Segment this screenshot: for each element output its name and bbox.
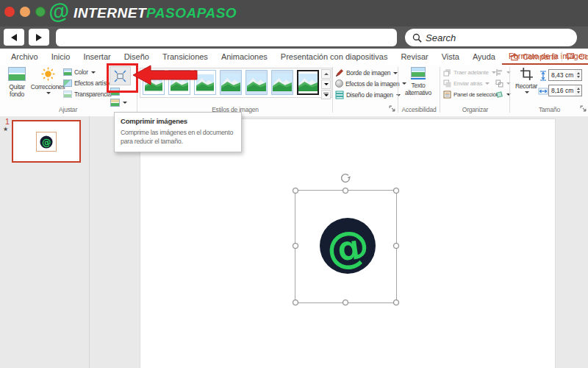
search-label: Search: [426, 32, 456, 43]
width-stepper[interactable]: [575, 85, 582, 96]
reset-picture-icon: [110, 99, 120, 107]
height-stepper[interactable]: [575, 69, 582, 81]
slide-canvas[interactable]: @: [140, 119, 555, 368]
ribbon: Quitar fondo Correcciones Color Efectos: [0, 65, 588, 117]
alt-text-label: Texto alternativo: [401, 82, 435, 96]
brand-text-green: PASOAPASO: [146, 5, 237, 21]
slide-thumbnails-panel: 1 @: [0, 116, 90, 368]
height-value: 8,43 cm: [551, 71, 573, 79]
selection-handle-e[interactable]: [393, 243, 399, 249]
selection-handle-sw[interactable]: [293, 300, 298, 305]
style-thumbnail[interactable]: [220, 70, 242, 95]
tooltip-title: Comprimir imágenes: [121, 117, 235, 125]
dialog-launcher-icon[interactable]: [580, 105, 587, 112]
corrections-sun-icon: [41, 67, 55, 81]
selection-pane-button[interactable]: Panel de selección: [443, 91, 499, 99]
style-thumbnail-selected[interactable]: [297, 70, 319, 95]
selected-image-bounding-box[interactable]: @: [295, 190, 397, 303]
selection-handle-ne[interactable]: [393, 188, 399, 194]
selection-handle-nw[interactable]: [293, 188, 298, 194]
gallery-scroll-up-button[interactable]: [321, 69, 331, 79]
window-close-icon[interactable]: [4, 7, 15, 17]
window-minimize-icon[interactable]: [20, 7, 30, 17]
share-zone: Compartir Comen: [510, 49, 588, 65]
chevron-up-icon: [324, 73, 329, 75]
picture-effects-label: Efectos de la imagen: [345, 80, 399, 88]
animation-star-icon: [3, 126, 8, 132]
rotate-objects-menu[interactable]: [495, 91, 511, 99]
divider: [562, 52, 562, 62]
dialog-launcher-icon[interactable]: [389, 105, 395, 112]
selection-handle-n[interactable]: [343, 188, 348, 194]
transparency-label: Transparencia: [74, 91, 111, 98]
gallery-more-button[interactable]: [321, 90, 331, 99]
picture-layout-menu[interactable]: Diseño de imagen: [335, 91, 401, 99]
group-label-ajustar: Ajustar: [29, 106, 107, 113]
color-icon: [63, 68, 72, 76]
address-bar[interactable]: [56, 29, 397, 46]
slide-thumbnail-image-frame: @: [36, 132, 57, 152]
picture-effects-icon: [335, 79, 343, 88]
tab-revisar[interactable]: Revisar: [394, 49, 434, 65]
comments-button[interactable]: Comen: [578, 52, 588, 61]
svg-text:@: @: [323, 219, 373, 275]
selection-handle-se[interactable]: [393, 300, 399, 305]
picture-border-menu[interactable]: Borde de imagen: [335, 68, 398, 77]
tab-vista[interactable]: Vista: [435, 49, 466, 65]
tab-presentacion[interactable]: Presentación con diapositivas: [274, 49, 395, 65]
style-thumbnail[interactable]: [245, 70, 268, 95]
gallery-scroll-down-button[interactable]: [321, 79, 331, 89]
align-menu: [495, 68, 511, 77]
brand-at-icon: @: [47, 0, 71, 25]
reset-picture-button[interactable]: [110, 99, 127, 107]
width-icon: [538, 87, 548, 96]
remove-background-button[interactable]: Quitar fondo: [2, 67, 32, 98]
remove-background-icon: [8, 67, 26, 81]
picture-effects-menu[interactable]: Efectos de la imagen: [335, 79, 406, 88]
tab-animaciones[interactable]: Animaciones: [215, 49, 274, 65]
main-logo-image[interactable]: @: [318, 216, 377, 275]
alt-text-button[interactable]: Texto alternativo: [401, 67, 435, 96]
tab-diseno[interactable]: Diseño: [118, 49, 156, 65]
share-button[interactable]: Compartir: [523, 52, 558, 61]
color-menu[interactable]: Color: [63, 68, 96, 76]
tab-ayuda[interactable]: Ayuda: [466, 49, 502, 65]
spinner-down-icon: [577, 91, 580, 93]
workspace: 1 @: [0, 116, 588, 368]
rotation-handle-icon[interactable]: [339, 171, 352, 185]
rotate-objects-icon: [495, 91, 503, 99]
selection-pane-label: Panel de selección: [453, 91, 499, 98]
tab-transiciones[interactable]: Transiciones: [156, 49, 215, 65]
chevron-down-icon: [324, 94, 329, 96]
share-icon: [510, 52, 519, 61]
group-label-accesibilidad: Accesibilidad: [399, 106, 439, 113]
tab-insertar[interactable]: Insertar: [76, 49, 117, 65]
color-label: Color: [74, 68, 88, 76]
back-button[interactable]: [4, 29, 24, 46]
artistic-effects-icon: [63, 79, 72, 87]
tab-archivo[interactable]: Archivo: [4, 49, 45, 65]
spinner-up-icon: [577, 72, 580, 74]
chevron-down-icon: [324, 83, 329, 85]
crop-icon: [520, 67, 534, 81]
selection-handle-w[interactable]: [293, 243, 298, 249]
align-icon: [495, 68, 503, 77]
window-zoom-icon[interactable]: [35, 7, 46, 17]
tooltip-comprimir-imagenes: Comprimir imágenes Comprime las imágenes…: [114, 112, 242, 152]
alt-text-underline-icon: [411, 78, 426, 79]
search-box[interactable]: Search: [405, 29, 577, 46]
spinner-up-icon: [577, 88, 580, 90]
send-backward-label: Enviar atrás: [453, 80, 482, 87]
chevron-down-icon: [46, 92, 51, 94]
divider: [398, 67, 398, 113]
tab-inicio[interactable]: Inicio: [45, 49, 77, 65]
forward-button[interactable]: [29, 29, 49, 46]
slide-thumbnail-selected[interactable]: @: [12, 120, 81, 163]
corrections-button[interactable]: Correcciones: [33, 67, 62, 94]
selection-handle-s[interactable]: [343, 300, 348, 305]
crop-label: Recortar: [515, 82, 537, 90]
crop-button[interactable]: Recortar: [514, 67, 538, 93]
style-thumbnail[interactable]: [271, 70, 293, 95]
spinner-down-icon: [577, 76, 580, 78]
brand-text-white: INTERNET: [74, 5, 146, 21]
